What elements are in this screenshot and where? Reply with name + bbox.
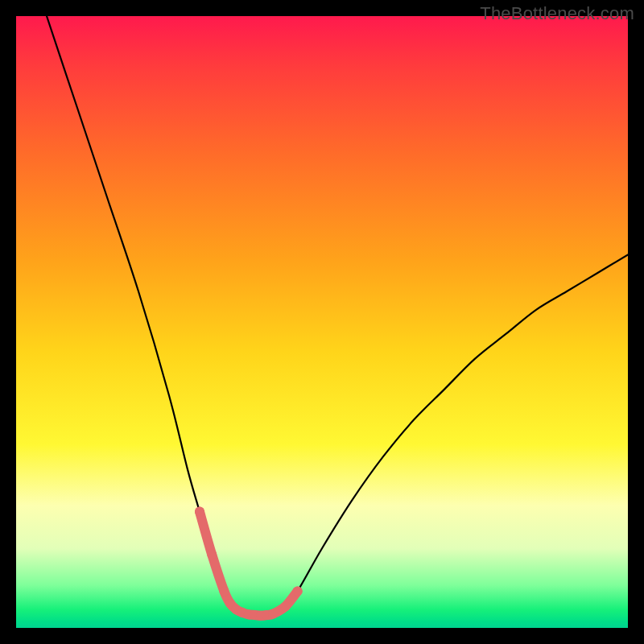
highlight-dot	[280, 601, 290, 611]
bottleneck-chart	[16, 16, 628, 628]
bottleneck-highlight-segment	[200, 512, 298, 616]
highlight-dot	[293, 586, 303, 596]
highlight-dot	[219, 586, 229, 596]
bottleneck-curve-line	[47, 16, 628, 616]
highlight-dot	[195, 507, 204, 517]
highlight-dot	[207, 550, 217, 559]
highlight-dot	[268, 609, 278, 619]
watermark-label: TheBottleneck.com	[480, 3, 634, 24]
chart-frame: TheBottleneck.com	[0, 0, 644, 644]
